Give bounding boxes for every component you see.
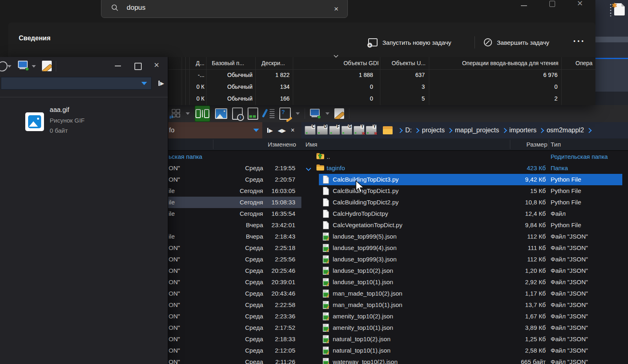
drive-button-c[interactable]: C	[305, 126, 316, 135]
system-dropdown-icon[interactable]	[325, 112, 329, 115]
edit-icon[interactable]	[42, 61, 52, 71]
right-pane-header[interactable]: Имя Размер Тип	[301, 138, 628, 151]
file-row[interactable]: ON"Среда2:22:58	[168, 299, 301, 311]
maximize-button[interactable]	[549, 1, 555, 7]
col-header-priority[interactable]: Базовый п...	[212, 57, 244, 69]
file-row[interactable]: landuse_top999(4).json111 КбФайл "JSON"	[301, 242, 628, 254]
pen-dropdown-icon[interactable]	[7, 65, 11, 68]
expand-chevron-icon[interactable]	[306, 166, 311, 171]
edit-file-icon[interactable]	[334, 108, 344, 119]
viewer-titlebar[interactable]: ×	[0, 57, 168, 76]
minimize-button[interactable]	[521, 5, 527, 6]
viewer-go-button[interactable]: ▶	[155, 77, 168, 90]
name-column-header[interactable]: Имя	[305, 138, 317, 150]
col-header-io-read[interactable]: Операции ввода-вывода для чтения	[456, 57, 558, 69]
view-mode-icon[interactable]: ⇄	[170, 108, 181, 119]
file-row[interactable]: ON"Среда2:25:18	[168, 242, 301, 254]
size-column-header[interactable]: Размер	[526, 138, 547, 150]
file-info-icon[interactable]: i	[232, 107, 243, 120]
file-row[interactable]: taginfo423 КбПапка	[301, 162, 628, 174]
viewer-close-button[interactable]: ×	[154, 60, 159, 70]
file-row[interactable]: ON"Среда20:43:46	[168, 288, 301, 299]
file-row[interactable]: man_made_top10(1).json13,7 КбФайл "JSON"	[301, 299, 628, 311]
left-pane-header[interactable]: Изменено	[168, 138, 301, 151]
file-row[interactable]: amenity_top10(2).json1,67 КбФайл "JSON"	[301, 311, 628, 322]
file-row[interactable]: natural_top10(1).json2,58 КбФайл "JSON"	[301, 345, 628, 356]
file-row[interactable]: ON"Среда2:23:36	[168, 311, 301, 322]
file-query-edit-icon[interactable]: ?	[279, 107, 291, 120]
dual-pane-toggle-button[interactable]	[195, 105, 210, 122]
end-task-button[interactable]: Завершить задачу	[484, 36, 549, 48]
col-header-handles[interactable]: Дескри...	[261, 57, 285, 69]
file-row[interactable]: ON"Среда2:17:52	[168, 322, 301, 333]
file-row[interactable]: ON"Среда20:39:01	[168, 276, 301, 288]
column-divider[interactable]	[549, 140, 549, 149]
file-row[interactable]: waterway_top10(2).json665 байтФайл "JSON…	[301, 356, 628, 364]
column-divider[interactable]	[213, 140, 213, 149]
breadcrumb-item[interactable]: projects	[422, 127, 445, 134]
file-row[interactable]: natural_top10(2).json1,25 КбФайл "JSON"	[301, 333, 628, 345]
file-row[interactable]: landuse_top10(2).json1,20 КбФайл "JSON"	[301, 265, 628, 276]
file-row[interactable]: ON"Среда2:19:55	[168, 162, 301, 174]
close-button[interactable]: ×	[577, 0, 583, 9]
file-row[interactable]: ileСегодня15:08:33	[168, 197, 301, 208]
search-input[interactable]: dopus	[127, 4, 145, 12]
file-row[interactable]: landuse_top999(3).json112 КбФайл "JSON"	[301, 254, 628, 265]
file-query-dropdown-icon[interactable]	[296, 112, 300, 115]
view-mode-dropdown-icon[interactable]	[186, 112, 190, 115]
breadcrumb-chevron-icon[interactable]	[586, 128, 592, 133]
file-row[interactable]: ON"Среда20:25:46	[168, 265, 301, 276]
file-row[interactable]: CalcBuildingTopDict3.py9,42 КбPython Fil…	[301, 174, 628, 185]
search-clear-icon[interactable]: ×	[334, 3, 338, 15]
file-row[interactable]: ON"Среда2:12:05	[168, 345, 301, 356]
file-row[interactable]: landuse_top999(5).json112 КбФайл "JSON"	[301, 231, 628, 242]
file-row[interactable]: ..Родительская папка	[301, 151, 628, 162]
image-preview-icon[interactable]	[215, 108, 227, 119]
drive-button-y[interactable]: Y×	[354, 126, 365, 135]
file-thumbnails-icon[interactable]	[248, 107, 258, 120]
file-row[interactable]: ileВчера2:18:43	[168, 231, 301, 242]
breadcrumb-item[interactable]: osm2mappl2	[547, 127, 584, 134]
computer-icon[interactable]	[18, 61, 29, 70]
search-box[interactable]: dopus ×	[101, 0, 348, 18]
file-row[interactable]: ileСегодня16:03:05	[168, 185, 301, 197]
viewer-maximize-button[interactable]	[134, 63, 142, 70]
column-divider[interactable]	[510, 140, 510, 149]
pane-resume-button[interactable]: ▶	[267, 127, 273, 134]
filter-dropdown-icon[interactable]	[253, 129, 259, 132]
drive-button-y[interactable]: Y×	[366, 126, 377, 135]
viewer-path-combobox[interactable]	[1, 77, 152, 90]
file-row[interactable]: CalcVegetationTopDict.py9,84 КбPython Fi…	[301, 219, 628, 231]
new-file-icon[interactable]: ✱	[614, 3, 625, 15]
edit-list-icon[interactable]	[263, 108, 274, 119]
file-row[interactable]: ON"Среда2:25:56	[168, 254, 301, 265]
col-header-user[interactable]: Объекты U...	[377, 57, 426, 69]
pane-swap-button[interactable]: ◀▶	[278, 127, 286, 134]
file-row[interactable]: ileСегодня16:35:54	[168, 208, 301, 219]
file-row[interactable]: ON"Среда2:20:57	[168, 174, 301, 185]
type-column-header[interactable]: Тип	[551, 138, 561, 150]
file-row[interactable]: CalcBuildingTopDict2.py10,8 КбPython Fil…	[301, 197, 628, 208]
file-row[interactable]: landuse_top10(1).json2,92 КбФайл "JSON"	[301, 276, 628, 288]
system-icon[interactable]	[310, 109, 321, 118]
col-header-gdi[interactable]: Объекты GDI	[289, 57, 379, 69]
file-row[interactable]: CalcHydroTopDictpy12,4 КбФайл	[301, 208, 628, 219]
file-row[interactable]: ON"Среда2:18:33	[168, 333, 301, 345]
run-new-task-button[interactable]: + Запустить новую задачу	[368, 36, 451, 48]
folder-icon[interactable]	[383, 126, 393, 134]
file-row[interactable]: Вчера23:42:01	[168, 219, 301, 231]
file-row[interactable]: ьская папка	[168, 151, 301, 162]
more-options-button[interactable]: •••	[573, 38, 586, 44]
file-row[interactable]: ON"Среда2:11:26	[168, 356, 301, 364]
left-pane-filter-field[interactable]: fo	[168, 122, 262, 138]
col-header-d[interactable]: Д...	[185, 57, 204, 69]
toolbar-grip-icon[interactable]	[610, 4, 611, 16]
col-header-io-other[interactable]: Опера	[575, 57, 593, 69]
file-row[interactable]: man_made_top10(2).json1,17 КбФайл "JSON"	[301, 288, 628, 299]
breadcrumb-item[interactable]: D:	[405, 127, 412, 134]
viewer-minimize-button[interactable]	[115, 66, 121, 66]
computer-dropdown-icon[interactable]	[32, 65, 36, 68]
file-row[interactable]: amenity_top10(1).json3,89 КбФайл "JSON"	[301, 322, 628, 333]
file-row[interactable]: CalcBuildingTopDict1.py15 КбPython File	[301, 185, 628, 197]
drive-button-d[interactable]: D	[317, 126, 328, 135]
